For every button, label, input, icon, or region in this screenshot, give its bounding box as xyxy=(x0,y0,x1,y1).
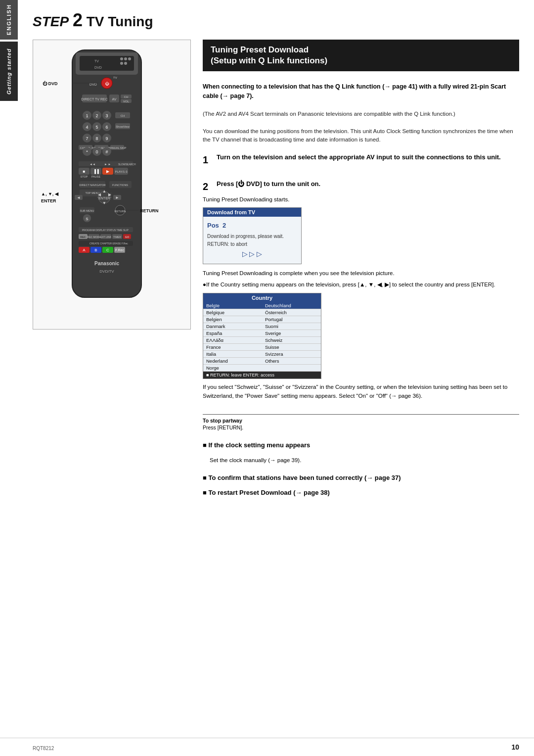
svg-text:Panasonic: Panasonic xyxy=(94,261,119,266)
right-col: Tuning Preset Download (Setup with Q Lin… xyxy=(203,40,519,498)
svg-text:► ►: ► ► xyxy=(104,163,111,166)
section-header-box: Tuning Preset Download (Setup with Q Lin… xyxy=(203,40,519,71)
svg-text:◄: ◄ xyxy=(77,195,81,200)
svg-text:B: B xyxy=(94,248,97,252)
country-cell: Portugal xyxy=(262,316,321,323)
svg-text:*: * xyxy=(86,149,88,154)
svg-point-5 xyxy=(120,57,123,60)
country-cell: EΛΛáδα xyxy=(203,337,262,344)
country-table: Belgïe Belgique Belgien Danmark España E… xyxy=(203,302,321,372)
footer-model: RQT8212 xyxy=(33,746,54,751)
intro-bold-text: When connecting to a television that has… xyxy=(203,82,519,101)
country-box-footer: ■ RETURN: leave ENTER: access xyxy=(203,372,321,378)
remote-svg: TV DVD ⏻ DVD TV xyxy=(40,45,183,322)
svg-text:MANUAL SKIP: MANUAL SKIP xyxy=(108,146,127,149)
svg-text:9: 9 xyxy=(105,136,108,141)
country-cell: Belgien xyxy=(203,316,262,323)
download-pos: Pos 2 xyxy=(207,221,297,231)
svg-text:8: 8 xyxy=(95,136,98,141)
country-cell: Others xyxy=(262,358,321,365)
main-content: STEP 2 TV Tuning TV xyxy=(18,0,534,738)
clock-section-heading: ■ If the clock setting menu appears xyxy=(203,441,519,449)
stop-partway: To stop partway Press [RETURN]. xyxy=(203,414,519,430)
svg-text:RETURN: RETURN xyxy=(115,210,126,213)
svg-text:EXT LINK: EXT LINK xyxy=(100,236,112,238)
svg-text:▲: ▲ xyxy=(102,189,106,193)
svg-text:2: 2 xyxy=(95,113,98,118)
svg-text:ENTER: ENTER xyxy=(41,198,56,203)
svg-text:TV: TV xyxy=(94,59,99,63)
svg-text:ENTER: ENTER xyxy=(98,196,110,200)
svg-text:C: C xyxy=(106,248,109,252)
step-2-text: Press [⏻ DVD] to turn the unit on. xyxy=(217,180,320,193)
country-col-1: Belgïe Belgique Belgien Danmark España E… xyxy=(203,302,262,372)
intro-normal-text: (The AV2 and AV4 Scart terminals on Pana… xyxy=(203,110,519,118)
download-starts-text: Tuning Preset Downloading starts. xyxy=(203,195,519,204)
svg-text:DVD/TV: DVD/TV xyxy=(99,269,114,274)
confirm-heading-text: ■ To confirm that stations have been tun… xyxy=(203,474,401,481)
svg-text:5: 5 xyxy=(95,125,98,130)
country-cell: Sverige xyxy=(262,330,321,337)
side-tab-getting: Getting started xyxy=(0,42,18,101)
svg-text:FUNCTIONS: FUNCTIONS xyxy=(112,184,128,187)
step-1-heading: 1 Turn on the television and select the … xyxy=(203,153,519,167)
svg-point-9 xyxy=(124,62,127,65)
svg-text:SLOWSEARCH: SLOWSEARCH xyxy=(118,163,136,166)
header-title-line2: (Setup with Q Link functions) xyxy=(211,55,511,66)
country-col-2: Deutschland Österreich Portugal Suomi Sv… xyxy=(262,302,321,372)
restart-section-heading: ■ To restart Preset Download (→ page 38) xyxy=(203,489,519,496)
svg-text:S: S xyxy=(86,217,88,221)
svg-text:6: 6 xyxy=(105,125,108,130)
svg-text:AV: AV xyxy=(112,97,117,101)
remote-annotations: TV DVD ⏻ DVD TV xyxy=(40,45,183,324)
svg-text:◀: ◀ xyxy=(98,192,101,197)
clock-section-sub: Set the clock manually (→ page 39). xyxy=(210,456,519,464)
svg-text:0: 0 xyxy=(95,149,98,154)
svg-text:DIRECT NAVIGATOR: DIRECT NAVIGATOR xyxy=(79,184,105,187)
step-2: 2 Press [⏻ DVD] to turn the unit on. Tun… xyxy=(203,180,519,403)
intro-para2-text: You can download the tuning positions fr… xyxy=(203,127,519,144)
svg-text:SUB MENU: SUB MENU xyxy=(80,209,94,212)
clock-heading-text: ■ If the clock setting menu appears xyxy=(203,441,310,449)
country-cell: España xyxy=(203,330,262,337)
country-cell: Italia xyxy=(203,351,262,358)
step-1: 1 Turn on the television and select the … xyxy=(203,153,519,169)
download-box-body: Pos 2 Download in progress, please wait.… xyxy=(203,217,301,264)
country-cell: Svizzera xyxy=(262,351,321,358)
svg-point-7 xyxy=(128,57,131,60)
country-cell xyxy=(262,365,321,372)
title-text: TV Tuning xyxy=(87,14,153,29)
svg-text:4: 4 xyxy=(86,125,88,130)
switzerland-text: If you select "Schweiz", "Suisse" or "Sv… xyxy=(203,383,519,400)
confirm-section-heading: ■ To confirm that stations have been tun… xyxy=(203,474,519,481)
page-wrapper: ENGLISH Getting started STEP 2 TV Tuning xyxy=(0,0,534,756)
country-cell: Nederland xyxy=(203,358,262,365)
country-box-header: Country xyxy=(203,293,321,302)
two-col-layout: TV DVD ⏻ DVD TV xyxy=(33,40,519,498)
svg-text:3: 3 xyxy=(105,113,108,118)
country-cell: Suomi xyxy=(262,323,321,330)
footer-page: 10 xyxy=(511,743,519,751)
svg-text:▶: ▶ xyxy=(108,192,112,197)
svg-text:STOP: STOP xyxy=(81,175,88,178)
svg-text:▐▐: ▐▐ xyxy=(93,169,99,174)
svg-text:VOL: VOL xyxy=(123,100,130,103)
download-box-title: Download from TV xyxy=(207,209,255,215)
step-2-num: 2 xyxy=(203,180,213,193)
country-cell: Belgique xyxy=(203,309,262,316)
svg-text:DVD: DVD xyxy=(94,66,102,69)
page-footer: RQT8212 10 xyxy=(0,738,534,756)
svg-text:CREATE  CHAPTER  ERASE  F.Rec: CREATE CHAPTER ERASE F.Rec xyxy=(89,242,128,245)
country-cell: Suisse xyxy=(262,344,321,351)
country-cell: Schweiz xyxy=(262,337,321,344)
step-2-heading: 2 Press [⏻ DVD] to turn the unit on. xyxy=(203,180,519,193)
svg-text:7: 7 xyxy=(86,136,88,141)
download-return: RETURN: to abort xyxy=(207,240,297,248)
svg-text:PROGRAM  DISPLAY  STATUS  TIME: PROGRAM DISPLAY STATUS TIME SLIP xyxy=(82,229,129,232)
country-cell: France xyxy=(203,344,262,351)
svg-text:TIMER: TIMER xyxy=(113,236,121,238)
download-box: Download from TV Pos 2 Download in progr… xyxy=(203,207,302,264)
svg-text:⏻ DVD: ⏻ DVD xyxy=(43,81,58,86)
svg-text:PAUSE: PAUSE xyxy=(91,175,101,178)
page-title: STEP 2 TV Tuning xyxy=(33,10,519,31)
